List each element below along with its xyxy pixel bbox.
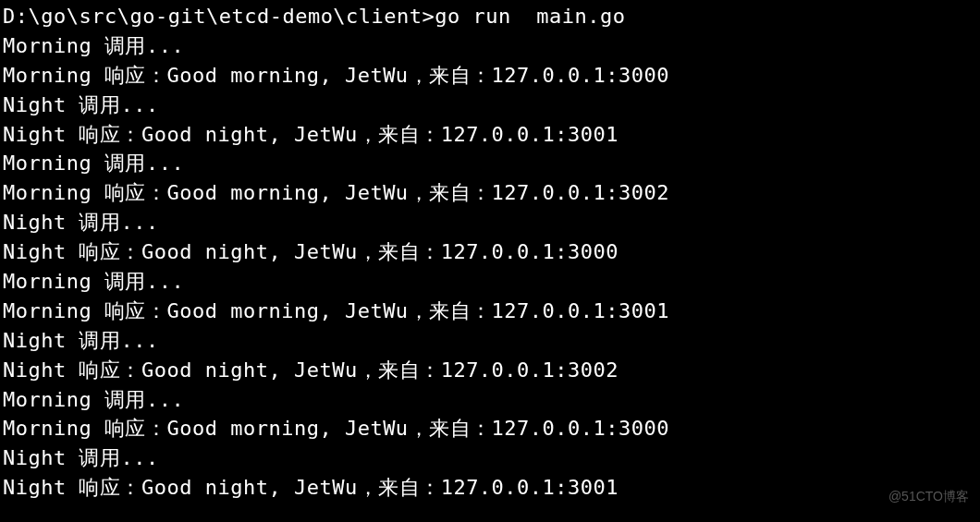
terminal-output-line: Morning 响应：Good morning, JetWu，来自：127.0.…: [3, 297, 980, 326]
terminal-output-line: Morning 调用...: [3, 267, 980, 297]
terminal-output-line: Night 响应：Good night, JetWu，来自：127.0.0.1:…: [3, 473, 980, 503]
terminal-output-line: Morning 响应：Good morning, JetWu，来自：127.0.…: [3, 414, 980, 443]
terminal-output-line: Night 调用...: [3, 326, 980, 356]
prompt-path: D:\go\src\go-git\etcd-demo\client>: [3, 5, 435, 28]
terminal-output-line: Night 调用...: [3, 91, 980, 120]
terminal-output-line: Night 响应：Good night, JetWu，来自：127.0.0.1:…: [3, 356, 980, 385]
terminal-output-line: Morning 调用...: [3, 31, 980, 61]
terminal-output-line: Morning 调用...: [3, 149, 980, 178]
terminal-output-line: Morning 调用...: [3, 385, 980, 415]
terminal-output-line: Night 响应：Good night, JetWu，来自：127.0.0.1:…: [3, 120, 980, 150]
terminal-prompt-line[interactable]: D:\go\src\go-git\etcd-demo\client>go run…: [3, 2, 980, 31]
terminal-output-line: Night 响应：Good night, JetWu，来自：127.0.0.1:…: [3, 237, 980, 267]
command-text: go run main.go: [435, 5, 625, 28]
terminal-output-line: Morning 响应：Good morning, JetWu，来自：127.0.…: [3, 178, 980, 208]
watermark-text: @51CTO博客: [888, 487, 969, 505]
terminal-output-line: Night 调用...: [3, 208, 980, 237]
terminal-output-line: Morning 响应：Good morning, JetWu，来自：127.0.…: [3, 61, 980, 91]
terminal-output-line: Night 调用...: [3, 443, 980, 473]
